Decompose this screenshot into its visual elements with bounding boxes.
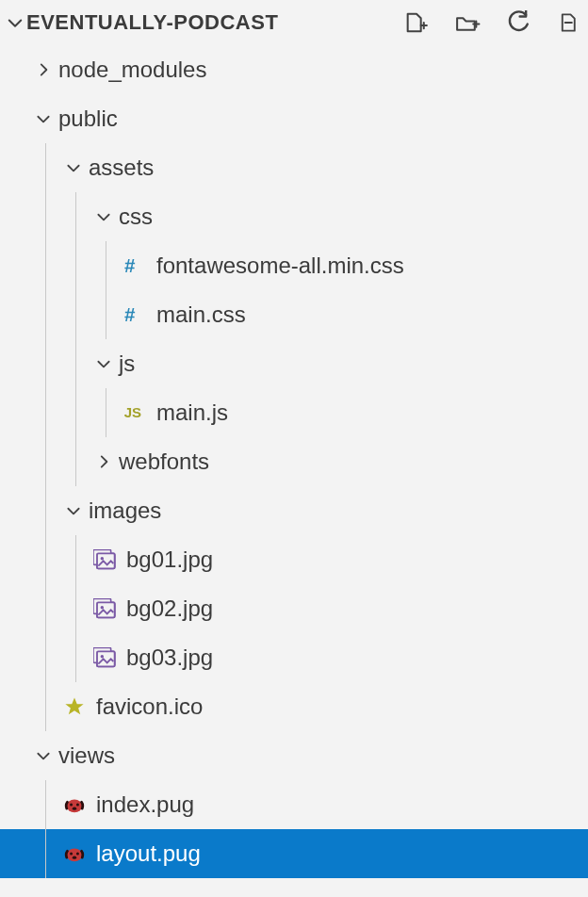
- refresh-button[interactable]: [501, 6, 535, 40]
- chevron-down-icon: [60, 155, 87, 181]
- folder-label: node_modules: [57, 57, 206, 83]
- folder-public[interactable]: public: [0, 94, 588, 143]
- project-title: EVENTUALLY-PODCAST: [26, 10, 400, 35]
- css-file-icon: [121, 252, 149, 280]
- image-file-icon: [90, 595, 119, 623]
- file-label: fontawesome-all.min.css: [156, 253, 404, 279]
- chevron-right-icon: [30, 57, 57, 83]
- chevron-right-icon: [90, 448, 117, 475]
- folder-label: assets: [87, 155, 154, 181]
- file-fontawesome-css[interactable]: fontawesome-all.min.css: [0, 241, 588, 290]
- chevron-down-icon: [30, 106, 57, 132]
- chevron-down-icon: [60, 497, 87, 524]
- chevron-down-icon: [90, 204, 117, 230]
- file-bg01[interactable]: bg01.jpg: [0, 535, 588, 584]
- file-tree: node_modules public assets css fontaweso…: [0, 45, 588, 878]
- file-label: layout.pug: [96, 840, 201, 867]
- file-bg03[interactable]: bg03.jpg: [0, 633, 588, 682]
- file-main-css[interactable]: main.css: [0, 290, 588, 339]
- folder-node-modules[interactable]: node_modules: [0, 45, 588, 94]
- folder-css[interactable]: css: [0, 192, 588, 241]
- new-folder-button[interactable]: [450, 6, 484, 40]
- folder-label: images: [87, 497, 161, 524]
- file-label: bg03.jpg: [126, 644, 213, 671]
- explorer-header: EVENTUALLY-PODCAST: [0, 0, 588, 45]
- folder-webfonts[interactable]: webfonts: [0, 437, 588, 486]
- folder-label: webfonts: [117, 448, 209, 475]
- chevron-down-icon: [90, 351, 117, 377]
- folder-label: css: [117, 204, 153, 230]
- folder-images[interactable]: images: [0, 486, 588, 535]
- chevron-down-icon: [30, 742, 57, 769]
- file-label: bg01.jpg: [126, 546, 213, 573]
- file-label: main.css: [156, 302, 246, 328]
- css-file-icon: [121, 301, 149, 329]
- file-layout-pug[interactable]: layout.pug: [0, 829, 588, 878]
- pug-file-icon: [60, 791, 89, 819]
- folder-label: views: [57, 742, 115, 769]
- pug-file-icon: [60, 840, 89, 868]
- collapse-all-button[interactable]: [552, 6, 586, 40]
- js-file-icon: [121, 399, 149, 427]
- file-label: index.pug: [96, 791, 194, 818]
- header-actions: [400, 6, 588, 40]
- file-explorer: EVENTUALLY-PODCAST node_modules: [0, 0, 588, 897]
- folder-label: public: [57, 106, 118, 132]
- file-label: main.js: [156, 400, 228, 426]
- folder-label: js: [117, 351, 135, 377]
- folder-js[interactable]: js: [0, 339, 588, 388]
- file-index-pug[interactable]: index.pug: [0, 780, 588, 829]
- file-favicon[interactable]: favicon.ico: [0, 682, 588, 731]
- image-file-icon: [90, 644, 119, 672]
- folder-assets[interactable]: assets: [0, 143, 588, 192]
- new-file-button[interactable]: [400, 6, 433, 40]
- file-label: bg02.jpg: [126, 595, 213, 622]
- file-bg02[interactable]: bg02.jpg: [0, 584, 588, 633]
- file-main-js[interactable]: main.js: [0, 388, 588, 437]
- image-file-icon: [90, 546, 119, 574]
- favicon-icon: [60, 693, 89, 721]
- chevron-down-icon[interactable]: [4, 11, 26, 34]
- file-label: favicon.ico: [96, 693, 203, 720]
- folder-views[interactable]: views: [0, 731, 588, 780]
